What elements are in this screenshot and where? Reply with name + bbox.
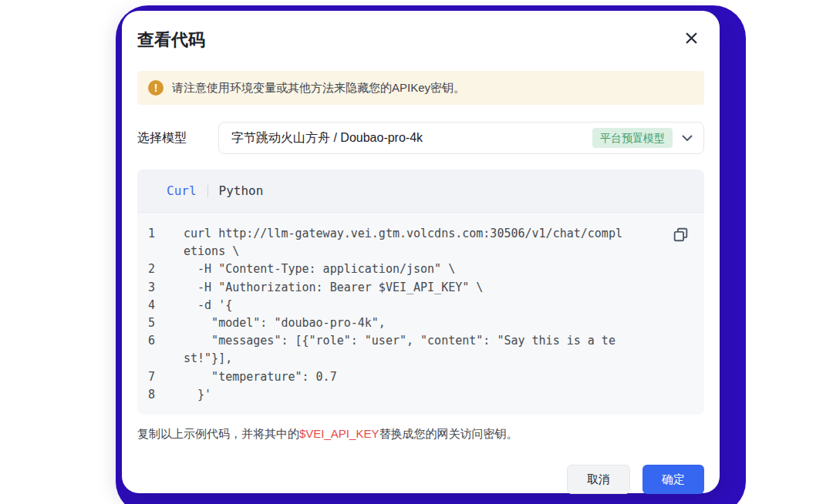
view-code-dialog: 查看代码 ! 请注意使用环境变量或其他方法来隐藏您的APIKey密钥。 选择模型… [122,11,720,493]
line-number: 6 [148,332,184,350]
model-select-label: 选择模型 [137,130,218,146]
page: 查看代码 ! 请注意使用环境变量或其他方法来隐藏您的APIKey密钥。 选择模型… [0,0,833,504]
copy-code-button[interactable] [673,227,689,242]
cancel-button[interactable]: 取消 [567,465,630,494]
code-text: }' [184,386,211,404]
code-line: 2 -H "Content-Type: application/json" \ [148,260,661,278]
api-key-placeholder: $VEI_API_KEY [299,427,379,440]
code-line: 3 -H "Authorization: Bearer $VEI_API_KEY… [148,279,661,297]
code-line: 8 }' [148,386,661,404]
line-number: 3 [148,279,184,297]
language-tabs: Curl Python [137,170,704,213]
tab-python[interactable]: Python [219,183,264,198]
code-line: 7 "temperature": 0.7 [148,368,661,386]
code-text: "temperature": 0.7 [184,368,337,386]
line-number: 7 [148,368,184,386]
code-text: etions \ [184,243,239,260]
close-icon [686,32,697,44]
line-number: 5 [148,314,184,332]
line-number: 1 [148,225,184,243]
dialog-header: 查看代码 [137,11,704,51]
code-text: curl http://llm-gateway.vei.gtm.volcdns.… [184,225,622,243]
dialog-title: 查看代码 [137,29,205,51]
code-text: -H "Content-Type: application/json" \ [184,260,455,278]
code-line: etions \ [148,243,661,260]
dialog-actions: 取消 确定 [137,465,704,494]
note-prefix: 复制以上示例代码，并将其中的 [137,427,299,440]
code-snippet-panel: Curl Python 1curl http://llm-gateway.vei… [137,170,704,415]
line-number [148,243,184,260]
line-number [148,350,184,368]
code-text: "messages": [{"role": "user", "content":… [184,332,615,350]
model-select-dropdown[interactable]: 字节跳动火山方舟 / Doubao-pro-4k 平台预置模型 [218,122,704,154]
warning-icon: ! [148,80,164,96]
copy-icon [673,227,689,242]
code-line: 5 "model": "doubao-pro-4k", [148,314,661,332]
code-lines: 1curl http://llm-gateway.vei.gtm.volcdns… [148,225,661,404]
model-select-value: 字节跳动火山方舟 / Doubao-pro-4k [231,130,583,146]
code-line: 1curl http://llm-gateway.vei.gtm.volcdns… [148,225,661,243]
line-number: 4 [148,297,184,314]
copy-instruction-note: 复制以上示例代码，并将其中的$VEI_API_KEY替换成您的网关访问密钥。 [137,427,704,442]
warning-text: 请注意使用环境变量或其他方法来隐藏您的APIKey密钥。 [172,81,465,96]
code-editor: 1curl http://llm-gateway.vei.gtm.volcdns… [137,213,704,415]
code-line: 4 -d '{ [148,297,661,314]
line-number: 2 [148,260,184,278]
code-text: -d '{ [184,297,232,314]
apikey-warning-banner: ! 请注意使用环境变量或其他方法来隐藏您的APIKey密钥。 [137,71,704,105]
code-text: st!"}], [184,350,232,368]
line-number: 8 [148,386,184,404]
code-line: 6 "messages": [{"role": "user", "content… [148,332,661,350]
code-text: "model": "doubao-pro-4k", [184,314,386,332]
chevron-down-icon [682,135,693,142]
tab-divider [207,185,208,197]
close-button[interactable] [684,31,698,45]
model-select-row: 选择模型 字节跳动火山方舟 / Doubao-pro-4k 平台预置模型 [137,122,704,154]
confirm-button[interactable]: 确定 [642,465,704,494]
code-line: st!"}], [148,350,661,368]
code-text: -H "Authorization: Bearer $VEI_API_KEY" … [184,279,483,297]
tab-curl[interactable]: Curl [167,183,197,198]
preset-model-badge: 平台预置模型 [592,128,673,148]
note-suffix: 替换成您的网关访问密钥。 [379,427,518,440]
